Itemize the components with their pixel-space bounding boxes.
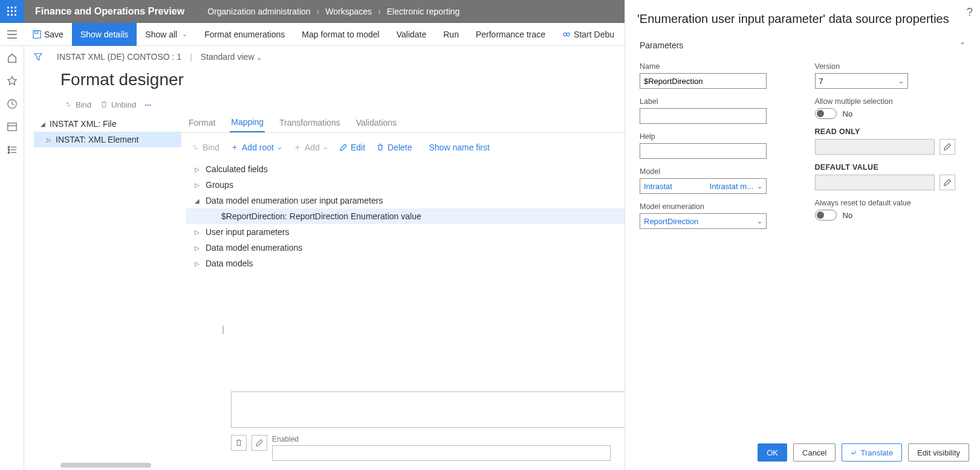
edit-mini-button[interactable] <box>251 435 267 451</box>
more-button[interactable]: ··· <box>144 100 151 109</box>
app-launcher-icon[interactable] <box>0 0 24 23</box>
filter-icon[interactable] <box>34 53 42 61</box>
svg-rect-8 <box>15 14 16 16</box>
link-icon <box>64 100 73 109</box>
help-input[interactable] <box>640 143 767 159</box>
svg-rect-0 <box>7 7 9 8</box>
add-button[interactable]: ＋ Add ⌄ <box>290 140 332 155</box>
validate-button[interactable]: Validate <box>388 23 435 46</box>
show-all-button[interactable]: Show all⌄ <box>137 23 196 46</box>
svg-point-15 <box>566 33 570 36</box>
trash-icon <box>376 143 385 152</box>
edit-visibility-button[interactable]: Edit visibility <box>908 443 969 462</box>
model-enum-field: Model enumeration ReportDirection ⌄ <box>640 202 791 229</box>
chevron-down-icon: ⌄ <box>898 77 904 85</box>
tab-mapping[interactable]: Mapping <box>230 117 265 132</box>
label-input[interactable] <box>640 108 767 124</box>
chevron-down-icon: ⌄ <box>277 143 282 151</box>
tab-format[interactable]: Format <box>187 118 216 132</box>
format-enumerations-button[interactable]: Format enumerations <box>196 23 293 46</box>
version-select[interactable]: 7 ⌄ <box>815 73 908 89</box>
svg-rect-1 <box>11 7 13 8</box>
allow-multiple-toggle[interactable] <box>815 108 837 119</box>
edit-button[interactable]: Edit <box>336 141 369 154</box>
trash-icon <box>100 100 108 109</box>
format-tree: ◢ INSTAT XML: File ▷ INSTAT: XML Element <box>24 114 181 470</box>
list-icon[interactable] <box>6 144 18 156</box>
star-icon[interactable] <box>6 75 18 87</box>
bind-button[interactable]: Bind <box>187 141 223 154</box>
tree-node-selected[interactable]: ▷ INSTAT: XML Element <box>34 132 181 147</box>
delete-button[interactable]: Delete <box>372 141 415 154</box>
expand-icon[interactable]: ▷ <box>195 260 201 267</box>
svg-rect-13 <box>35 30 38 33</box>
delete-mini-button[interactable] <box>231 435 247 451</box>
edit-readonly-button[interactable] <box>939 139 955 155</box>
pencil-icon <box>339 143 348 152</box>
bind-button[interactable]: Bind <box>64 100 91 109</box>
tree-node[interactable]: ◢ INSTAT XML: File <box>34 116 181 132</box>
svg-rect-5 <box>15 10 16 12</box>
clock-icon[interactable] <box>6 98 18 110</box>
hamburger-icon[interactable] <box>0 30 24 39</box>
section-header[interactable]: Parameters ⌃ <box>640 40 965 54</box>
enabled-label: Enabled <box>272 435 611 443</box>
save-icon <box>33 30 41 39</box>
readonly-field: READ ONLY <box>815 127 966 155</box>
unbind-button[interactable]: Unbind <box>100 100 136 109</box>
model-enum-select[interactable]: ReportDirection ⌄ <box>640 213 767 229</box>
name-input[interactable] <box>640 73 767 89</box>
ok-button[interactable]: OK <box>758 443 787 462</box>
module-icon[interactable] <box>6 121 18 133</box>
svg-rect-7 <box>11 14 13 16</box>
svg-rect-6 <box>7 14 9 16</box>
always-reset-field: Always reset to default value No <box>815 199 966 221</box>
expand-icon[interactable]: ▷ <box>195 245 201 251</box>
name-field: Name <box>640 62 791 89</box>
save-button[interactable]: Save <box>24 23 72 46</box>
breadcrumb-item[interactable]: Organization administration <box>207 7 310 16</box>
horizontal-scrollbar[interactable] <box>60 463 151 468</box>
app-title: Finance and Operations Preview <box>24 6 195 17</box>
expand-icon[interactable]: ▷ <box>195 182 201 188</box>
translate-icon: ⤾ <box>851 448 857 457</box>
view-selector[interactable]: Standard view ⌄ <box>201 52 262 62</box>
help-field: Help <box>640 132 791 159</box>
default-value-input <box>815 175 935 190</box>
breadcrumb-item[interactable]: Workspaces <box>325 7 372 16</box>
allow-multiple-field: Allow multiple selection No <box>815 97 966 119</box>
run-button[interactable]: Run <box>435 23 467 46</box>
expand-icon[interactable]: ▷ <box>195 229 201 236</box>
chevron-down-icon: ⌄ <box>182 30 187 38</box>
model-select[interactable]: Intrastat Intrastat m... ⌄ <box>640 178 767 194</box>
breadcrumb-item[interactable]: Electronic reporting <box>387 7 460 16</box>
help-icon[interactable]: ? <box>967 6 973 19</box>
show-name-first-button[interactable]: Show name first <box>425 141 493 154</box>
cancel-button[interactable]: Cancel <box>793 443 836 462</box>
edit-default-button[interactable] <box>939 175 955 190</box>
start-debug-button[interactable]: Start Debu <box>554 23 623 46</box>
splitter-handle[interactable]: || <box>222 324 222 334</box>
tab-validations[interactable]: Validations <box>355 118 398 132</box>
add-root-button[interactable]: ＋ Add root ⌄ <box>227 140 286 155</box>
expand-icon[interactable]: ▷ <box>195 166 201 173</box>
performance-trace-button[interactable]: Performance trace <box>467 23 554 46</box>
label-field: Label <box>640 97 791 124</box>
chevron-down-icon: ⌄ <box>757 217 762 225</box>
collapse-icon[interactable]: ◢ <box>195 198 201 204</box>
expand-icon[interactable]: ▷ <box>46 137 52 143</box>
plus-icon: ＋ <box>230 142 239 153</box>
svg-point-23 <box>8 152 10 153</box>
collapse-icon[interactable]: ◢ <box>40 121 46 127</box>
panel-footer: OK Cancel ⤾ Translate Edit visibility <box>625 435 980 470</box>
svg-point-19 <box>8 146 10 148</box>
show-details-button[interactable]: Show details <box>72 23 137 46</box>
tab-transformations[interactable]: Transformations <box>278 118 342 132</box>
default-value-field: DEFAULT VALUE <box>815 163 966 190</box>
enabled-input[interactable] <box>272 445 611 461</box>
map-format-button[interactable]: Map format to model <box>293 23 388 46</box>
home-icon[interactable] <box>6 52 18 64</box>
translate-button[interactable]: ⤾ Translate <box>842 443 902 462</box>
always-reset-toggle[interactable] <box>815 210 837 221</box>
svg-rect-17 <box>7 123 16 131</box>
